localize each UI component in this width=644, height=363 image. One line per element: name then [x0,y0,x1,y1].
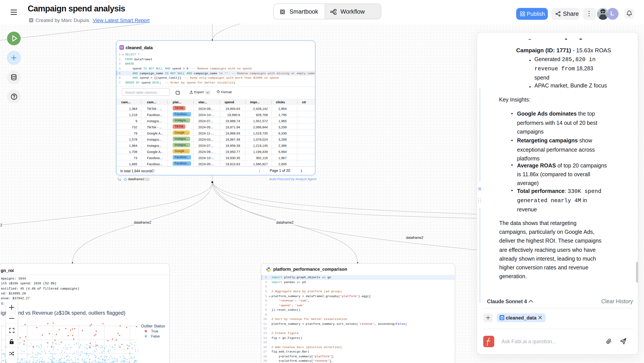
svg-text:Outlier Status: Outlier Status [141,324,165,328]
svg-text:SQL: SQL [120,47,123,48]
svg-text:True: True [151,329,158,333]
svg-text:SQL: SQL [500,318,503,320]
svg-text:False: False [151,334,160,338]
